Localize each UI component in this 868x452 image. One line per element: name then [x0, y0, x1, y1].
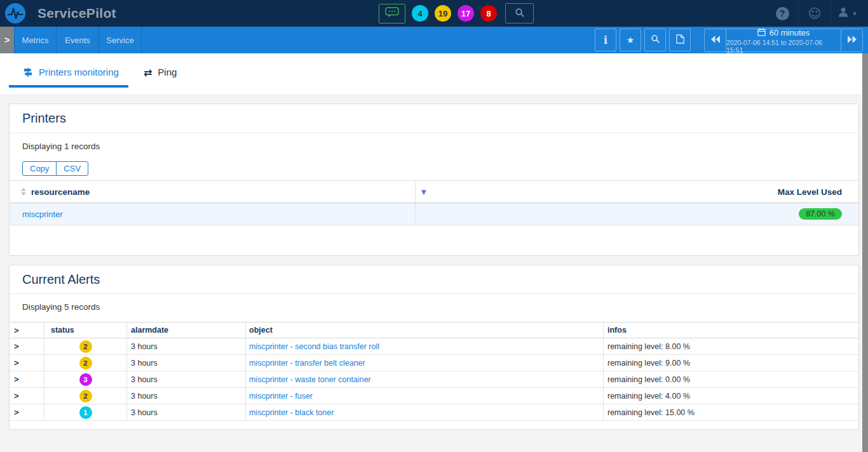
current-alerts-panel: Current Alerts Displaying 5 records > st…: [9, 265, 859, 430]
printers-panel-title: Printers: [10, 104, 858, 133]
tab-label: Ping: [158, 67, 177, 77]
severity-3-count-badge[interactable]: 17: [458, 5, 474, 22]
feedback-button[interactable]: ☺: [799, 0, 831, 27]
filter-dropdown-icon[interactable]: ▼: [421, 189, 426, 196]
printers-panel: Printers Displaying 1 records Copy CSV r…: [9, 103, 859, 256]
alerts-panel-title: Current Alerts: [10, 265, 858, 294]
printers-table: resourcename ▼ Max Level Used miscprinte…: [10, 180, 858, 225]
resourcename-header-cell[interactable]: resourcename: [10, 181, 415, 203]
double-chevron-right-icon: [847, 36, 857, 45]
map-signs-icon: [23, 67, 33, 79]
favorite-button[interactable]: ★: [620, 29, 641, 51]
max-level-header-label: Max Level Used: [778, 187, 842, 197]
nav-item-metrics[interactable]: Metrics: [14, 27, 57, 53]
expand-row-icon[interactable]: >: [14, 391, 19, 401]
status-badge: 2: [79, 357, 92, 369]
alert-row[interactable]: > 2 3 hours miscprinter - second bias tr…: [10, 338, 858, 355]
resourcename-header-label: resourcename: [31, 187, 90, 197]
time-duration-label: 60 minutes: [770, 28, 810, 37]
infos-cell: remaining level: 9.00 %: [603, 355, 858, 371]
search-icon: [651, 34, 660, 46]
search-icon: [515, 8, 525, 20]
tab-label: Printers monitoring: [39, 67, 119, 77]
printers-records-count: Displaying 1 records: [10, 133, 858, 151]
sort-asc-icon: [21, 188, 26, 191]
alarmdate-cell: 3 hours: [126, 355, 245, 371]
search-view-button[interactable]: [644, 29, 666, 51]
help-button[interactable]: ?: [766, 0, 798, 27]
alert-summary: 4 19 17 8: [379, 0, 534, 27]
chevron-right-icon: >: [14, 326, 19, 335]
sort-icon[interactable]: [21, 188, 26, 196]
status-badge: 1: [79, 406, 92, 419]
time-back-button[interactable]: [704, 29, 726, 52]
status-badge: 2: [79, 390, 92, 402]
nav-item-service[interactable]: Service: [99, 27, 142, 53]
info-button[interactable]: i: [595, 29, 616, 51]
infos-header-cell[interactable]: infos: [603, 322, 858, 338]
ping-arrows-icon: ⇄: [144, 67, 152, 79]
sidebar-expand-button[interactable]: >: [0, 27, 14, 53]
status-badge: 2: [79, 340, 92, 353]
alert-row[interactable]: > 1 3 hours miscprinter - black toner re…: [10, 404, 858, 421]
object-link[interactable]: miscprinter - fuser: [249, 392, 313, 401]
alarmdate-cell: 3 hours: [126, 388, 245, 404]
star-icon: ★: [627, 35, 635, 45]
object-link[interactable]: miscprinter - transfer belt cleaner: [249, 359, 365, 368]
chat-button[interactable]: [379, 4, 405, 23]
max-level-cell: 87.00 %: [415, 203, 858, 225]
double-chevron-left-icon: [710, 36, 721, 45]
chevron-right-icon: >: [4, 35, 10, 45]
top-bar: ServicePilot 4 19 17 8: [0, 0, 868, 27]
servicepilot-logo-icon: [4, 3, 26, 24]
time-range-button[interactable]: 60 minutes 2020-07-06 14:51 to 2020-07-0…: [726, 29, 841, 52]
alerts-records-count: Displaying 5 records: [10, 294, 858, 312]
sort-desc-icon: [21, 192, 26, 196]
alert-row[interactable]: > 2 3 hours miscprinter - fuser remainin…: [10, 388, 858, 404]
servicepilot-app: ServicePilot 4 19 17 8: [0, 0, 868, 452]
csv-button[interactable]: CSV: [56, 161, 88, 176]
expand-row-icon[interactable]: >: [14, 375, 19, 384]
infos-cell: remaining level: 15.00 %: [603, 404, 858, 420]
object-link[interactable]: miscprinter - black toner: [249, 408, 334, 417]
nav-toolbar: i ★: [592, 27, 863, 53]
object-link[interactable]: miscprinter - second bias transfer roll: [249, 342, 379, 351]
tab-printers-monitoring[interactable]: Printers monitoring: [9, 67, 128, 88]
chat-bubble-icon: [385, 7, 399, 20]
alerts-table-header: > status alarmdate object infos: [10, 322, 858, 338]
object-header-cell[interactable]: object: [245, 322, 603, 338]
alert-row[interactable]: > 3 3 hours miscprinter - waste toner co…: [10, 371, 858, 388]
copy-button[interactable]: Copy: [22, 161, 57, 176]
tab-ping[interactable]: ⇄ Ping: [144, 67, 186, 88]
user-menu-button[interactable]: ▾: [831, 0, 863, 27]
time-forward-button[interactable]: [841, 29, 863, 52]
infos-cell: remaining level: 8.00 %: [603, 338, 858, 354]
alert-row[interactable]: > 2 3 hours miscprinter - transfer belt …: [10, 355, 858, 371]
expand-row-icon[interactable]: >: [14, 342, 19, 351]
table-export-toolbar: Copy CSV: [22, 161, 88, 176]
object-link[interactable]: miscprinter - waste toner container: [249, 375, 371, 384]
printer-link[interactable]: miscprinter: [22, 209, 63, 219]
expand-header-cell: >: [10, 322, 44, 338]
report-button[interactable]: [669, 29, 691, 51]
time-range-label: 2020-07-06 14:51 to 2020-07-06 15:51: [726, 39, 841, 54]
global-search-button[interactable]: [505, 3, 534, 23]
nav-item-events[interactable]: Events: [57, 27, 99, 53]
alarmdate-cell: 3 hours: [126, 338, 245, 354]
severity-4-count-badge[interactable]: 8: [480, 5, 497, 22]
page-scrollbar[interactable]: [862, 53, 868, 452]
severity-2-count-badge[interactable]: 19: [435, 5, 451, 22]
info-icon: i: [604, 34, 607, 46]
printer-row[interactable]: miscprinter 87.00 %: [10, 203, 858, 225]
printers-table-header: resourcename ▼ Max Level Used: [10, 180, 858, 203]
alerts-table: > status alarmdate object infos > 2 3 ho…: [10, 322, 858, 421]
brand-name: ServicePilot: [37, 6, 116, 21]
scrollbar-thumb[interactable]: [862, 53, 868, 452]
expand-row-icon[interactable]: >: [14, 358, 19, 368]
expand-row-icon[interactable]: >: [14, 408, 19, 417]
calendar-icon: [757, 28, 766, 38]
alarmdate-header-cell[interactable]: alarmdate: [126, 322, 245, 338]
status-header-cell[interactable]: status: [44, 322, 126, 338]
severity-1-count-badge[interactable]: 4: [412, 5, 428, 22]
alarmdate-cell: 3 hours: [126, 371, 245, 387]
